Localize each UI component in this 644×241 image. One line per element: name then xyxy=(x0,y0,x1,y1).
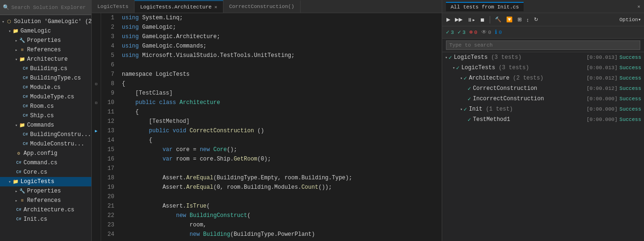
test-name: CorrectConstruction xyxy=(473,85,583,92)
test-tab-all-tests[interactable]: All tests from Init.cs xyxy=(446,2,524,11)
test-time: [0:00.000] xyxy=(587,96,618,102)
margin-line: ⊟ xyxy=(92,98,101,107)
core-cs[interactable]: C# Core.cs xyxy=(0,168,91,177)
margin-line xyxy=(92,88,101,98)
solution-icon: ⬡ xyxy=(5,18,13,25)
tab-logictests-architecture[interactable]: LogicTests.Architecture ✕ xyxy=(135,0,223,13)
refresh-button[interactable]: ↻ xyxy=(533,16,540,24)
chevron-right-icon: ▸ xyxy=(15,189,17,194)
chevron-down-icon: ▾ xyxy=(15,123,17,128)
gl-properties[interactable]: ▸ 🔧 Properties xyxy=(0,36,91,45)
margin-line xyxy=(92,154,101,164)
cs-icon: C# xyxy=(22,131,29,138)
test-row-init[interactable]: ▾ ✓ Init (1 test) [0:00.000] Success xyxy=(442,104,644,114)
tab-logictests-label: LogicTests xyxy=(97,4,128,9)
run-button[interactable]: ▶▶ xyxy=(453,16,464,24)
test-result: Success xyxy=(620,96,641,102)
close-icon[interactable]: ✕ xyxy=(637,4,640,9)
solution-tree: ▾ ⬡ Solution 'GameLogic' (2 pr ▾ 📁 GameL… xyxy=(0,15,91,241)
architecture-folder[interactable]: ▾ 📁 Architecture xyxy=(0,55,91,64)
commands-folder[interactable]: ▾ 📁 Commands xyxy=(0,120,91,130)
buildingtype-cs-label: BuildingType.cs xyxy=(30,75,81,81)
stat-passing: ✓ 3 xyxy=(446,29,454,36)
solution-root[interactable]: ▾ ⬡ Solution 'GameLogic' (2 pr xyxy=(0,17,91,26)
test-explorer-panel: All tests from Init.cs ✕ ▶ ▶▶ ⏸▶ ⏹ 🔨 🔽 ⊞… xyxy=(442,0,644,241)
tab-logictests[interactable]: LogicTests xyxy=(92,0,135,13)
code-content[interactable]: using System.Linq; using GameLogic; usin… xyxy=(118,13,435,241)
test-header: All tests from Init.cs ✕ xyxy=(442,0,644,13)
module-cs-label: Module.cs xyxy=(30,84,61,91)
run-all-button[interactable]: ▶ xyxy=(445,16,452,24)
moduleconstru-cs[interactable]: C# ModuleConstru... xyxy=(0,139,91,149)
collapse-icon[interactable]: ⊟ xyxy=(95,101,97,105)
pass-icon: ✓ xyxy=(463,106,467,113)
test-result: Success xyxy=(620,75,641,81)
gl-references[interactable]: ▸ ≡ References xyxy=(0,45,91,55)
building-cs[interactable]: C# Building.cs xyxy=(0,64,91,73)
logictests-folder[interactable]: ▾ 📁 LogicTests xyxy=(0,177,91,186)
module-cs[interactable]: C# Module.cs xyxy=(0,83,91,92)
chevron-right-icon: ▸ xyxy=(15,198,17,203)
lt-properties[interactable]: ▸ 🔧 Properties xyxy=(0,186,91,196)
debug-button[interactable]: ⏸▶ xyxy=(466,16,477,24)
folder-icon: 📁 xyxy=(18,121,26,129)
prop-icon: 🔧 xyxy=(18,37,26,44)
test-time: [0:00.012] xyxy=(587,75,618,81)
margin-line xyxy=(92,173,101,183)
ship-cs[interactable]: C# Ship.cs xyxy=(0,111,91,120)
architecture-label: Architecture xyxy=(27,56,67,63)
test-time: [0:00.000] xyxy=(587,117,618,122)
test-row-incorrectconstruction[interactable]: ✓ IncorrectConstruction [0:00.000] Succe… xyxy=(442,94,644,104)
margin-icons: ⊟ ⊟ ▶ xyxy=(92,13,101,241)
test-row-root-logictests[interactable]: ▾ ✓ LogicTests (3 tests) [0:00.013] Succ… xyxy=(442,52,644,63)
test-toolbar: ▶ ▶▶ ⏸▶ ⏹ 🔨 🔽 ⊞ ↕ ↻ Option▾ xyxy=(442,13,644,26)
stop-button[interactable]: ⏹ xyxy=(478,16,486,24)
gl-properties-label: Properties xyxy=(27,37,61,44)
tab-correctconstruction-label: CorrectConstruction() xyxy=(229,4,294,9)
close-icon[interactable]: ✕ xyxy=(215,4,217,10)
margin-line xyxy=(92,117,101,126)
build-button[interactable]: 🔨 xyxy=(493,16,503,24)
test-row-testmethod1[interactable]: ✓ TestMethod1 [0:00.000] Success xyxy=(442,114,644,125)
moduleconstru-label: ModuleConstru... xyxy=(30,141,84,147)
search-input[interactable] xyxy=(11,5,88,10)
cs-icon: C# xyxy=(22,140,29,148)
appconfig[interactable]: ⚙ App.config xyxy=(0,149,91,158)
tab-correctconstruction[interactable]: CorrectConstruction() xyxy=(223,0,301,13)
test-name: IncorrectConstruction xyxy=(473,96,583,102)
logictests-label: LogicTests xyxy=(20,178,54,185)
sort-button[interactable]: ↕ xyxy=(525,16,531,24)
buildingtype-cs[interactable]: C# BuildingType.cs xyxy=(0,73,91,83)
cs-icon: C# xyxy=(22,74,29,82)
test-row-logictests[interactable]: ▾ ✓ LogicTests (3 tests) [0:00.013] Succ… xyxy=(442,63,644,73)
lt-architecture-cs[interactable]: C# Architecture.cs xyxy=(0,205,91,215)
test-time: [0:00.000] xyxy=(587,106,618,112)
test-time: [0:00.013] xyxy=(587,55,618,60)
test-row-correctconstruction[interactable]: ✓ CorrectConstruction [0:00.012] Success xyxy=(442,83,644,94)
margin-line xyxy=(92,70,101,79)
collapse-icon[interactable]: ⊟ xyxy=(95,82,97,86)
moduletype-cs[interactable]: C# ModuleType.cs xyxy=(0,92,91,102)
options-label: Option▾ xyxy=(620,16,641,23)
test-name: LogicTests (3 tests) xyxy=(461,64,583,71)
stat-skip-count: 0 xyxy=(488,30,492,35)
group-button[interactable]: ⊞ xyxy=(516,16,523,24)
stat-pass-count2: 3 xyxy=(462,30,466,35)
chevron-right-icon: ▸ xyxy=(15,38,17,43)
lt-init-cs[interactable]: C# Init.cs xyxy=(0,215,91,224)
room-cs[interactable]: C# Room.cs xyxy=(0,102,91,111)
scrollbar[interactable] xyxy=(435,13,442,241)
margin-line: ⊟ xyxy=(92,79,101,88)
lt-init-label: Init.cs xyxy=(24,216,47,223)
test-row-architecture[interactable]: ▾ ✓ Architecture (2 tests) [0:00.012] Su… xyxy=(442,73,644,83)
test-search-input[interactable] xyxy=(446,40,640,50)
chevron-down-icon: ▾ xyxy=(8,29,11,34)
filter-button[interactable]: 🔽 xyxy=(505,16,514,24)
buildingconstru-cs[interactable]: C# BuildingConstru... xyxy=(0,130,91,139)
command-cs[interactable]: C# Command.cs xyxy=(0,158,91,168)
run-icon[interactable]: ▶ xyxy=(95,129,97,134)
tab-architecture-label: LogicTests.Architecture xyxy=(140,4,212,10)
test-result: Success xyxy=(620,65,641,71)
gamelogic-folder[interactable]: ▾ 📁 GameLogic xyxy=(0,26,91,36)
lt-references[interactable]: ▸ ≡ References xyxy=(0,196,91,205)
